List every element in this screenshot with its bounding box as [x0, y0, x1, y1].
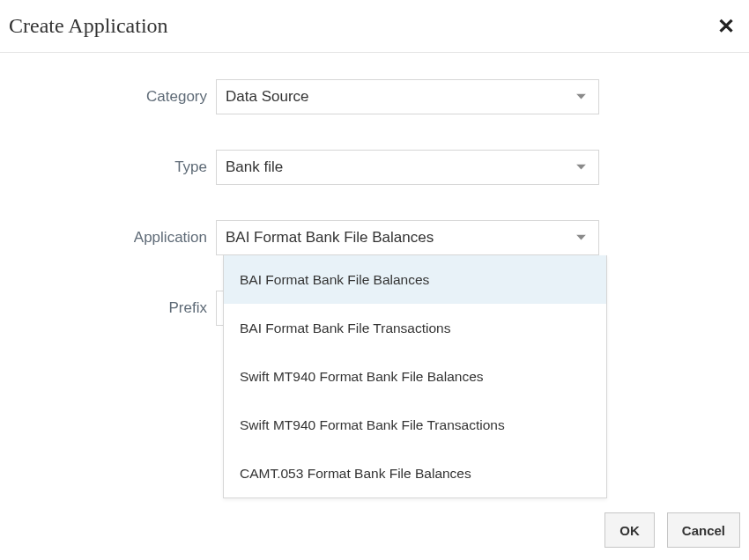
- application-label: Application: [0, 229, 216, 247]
- type-label: Type: [0, 158, 216, 176]
- chevron-down-icon: [576, 165, 586, 171]
- application-option[interactable]: Swift MT940 Format Bank File Balances: [224, 352, 606, 401]
- type-select[interactable]: Bank file: [216, 150, 599, 185]
- create-application-dialog: Create Application ✕ Category Data Sourc…: [0, 0, 749, 560]
- application-dropdown[interactable]: BAI Format Bank File BalancesBAI Format …: [223, 255, 607, 498]
- cancel-button[interactable]: Cancel: [667, 512, 740, 548]
- row-category: Category Data Source: [0, 79, 714, 114]
- category-select-value: Data Source: [226, 88, 309, 106]
- category-select[interactable]: Data Source: [216, 79, 599, 114]
- chevron-down-icon: [576, 94, 586, 100]
- dialog-header: Create Application ✕: [0, 0, 749, 53]
- close-button[interactable]: ✕: [712, 12, 740, 41]
- application-option[interactable]: CAMT.053 Format Bank File Balances: [224, 449, 606, 497]
- type-select-value: Bank file: [226, 158, 283, 176]
- dialog-footer: OK Cancel: [604, 512, 740, 548]
- ok-button[interactable]: OK: [604, 512, 655, 548]
- chevron-down-icon: [576, 235, 586, 241]
- application-select[interactable]: BAI Format Bank File Balances: [216, 220, 599, 255]
- application-option[interactable]: Swift MT940 Format Bank File Transaction…: [224, 401, 606, 449]
- row-type: Type Bank file: [0, 150, 714, 185]
- application-option[interactable]: BAI Format Bank File Transactions: [224, 304, 606, 352]
- cancel-button-label: Cancel: [682, 523, 725, 538]
- prefix-label: Prefix: [0, 299, 216, 317]
- category-label: Category: [0, 88, 216, 106]
- application-option[interactable]: BAI Format Bank File Balances: [224, 255, 606, 304]
- ok-button-label: OK: [619, 523, 640, 538]
- dialog-title: Create Application: [9, 14, 168, 38]
- row-application: Application BAI Format Bank File Balance…: [0, 220, 714, 255]
- application-select-value: BAI Format Bank File Balances: [226, 229, 434, 247]
- close-icon: ✕: [717, 14, 735, 38]
